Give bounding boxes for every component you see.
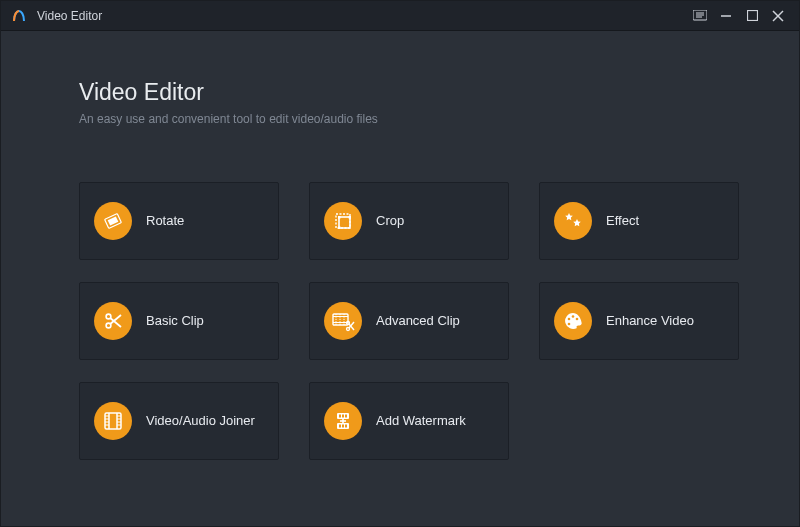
svg-rect-51 bbox=[342, 425, 344, 428]
svg-rect-47 bbox=[339, 415, 341, 418]
svg-rect-49 bbox=[345, 415, 347, 418]
svg-rect-12 bbox=[339, 217, 350, 228]
app-logo-icon bbox=[11, 8, 27, 24]
svg-point-32 bbox=[576, 318, 579, 321]
titlebar: Video Editor bbox=[1, 1, 799, 31]
svg-rect-50 bbox=[339, 425, 341, 428]
effect-tile[interactable]: Effect bbox=[539, 182, 739, 260]
svg-point-33 bbox=[568, 323, 571, 326]
svg-rect-52 bbox=[345, 425, 347, 428]
maximize-button[interactable] bbox=[739, 3, 765, 29]
basic-clip-tile[interactable]: Basic Clip bbox=[79, 282, 279, 360]
rotate-icon bbox=[94, 202, 132, 240]
tile-label: Crop bbox=[376, 213, 404, 229]
tile-label: Rotate bbox=[146, 213, 184, 229]
minimize-icon bbox=[720, 10, 732, 22]
watermark-tile[interactable]: Add Watermark bbox=[309, 382, 509, 460]
joiner-icon bbox=[94, 402, 132, 440]
tile-label: Enhance Video bbox=[606, 313, 694, 329]
svg-rect-13 bbox=[338, 216, 341, 219]
watermark-icon bbox=[324, 402, 362, 440]
maximize-icon bbox=[747, 10, 758, 21]
tile-label: Video/Audio Joiner bbox=[146, 413, 255, 429]
scissors-icon bbox=[94, 302, 132, 340]
app-title: Video Editor bbox=[37, 9, 102, 23]
joiner-tile[interactable]: Video/Audio Joiner bbox=[79, 382, 279, 460]
close-icon bbox=[772, 10, 784, 22]
tool-grid: Rotate Crop bbox=[79, 182, 737, 460]
svg-rect-5 bbox=[747, 11, 757, 21]
tile-label: Effect bbox=[606, 213, 639, 229]
tile-label: Advanced Clip bbox=[376, 313, 460, 329]
crop-icon bbox=[324, 202, 362, 240]
svg-rect-34 bbox=[105, 413, 121, 429]
page-title: Video Editor bbox=[79, 79, 737, 106]
page-subtitle: An easy use and convenient tool to edit … bbox=[79, 112, 737, 126]
advanced-clip-icon bbox=[324, 302, 362, 340]
advanced-clip-tile[interactable]: Advanced Clip bbox=[309, 282, 509, 360]
svg-rect-14 bbox=[349, 216, 352, 219]
effect-icon bbox=[554, 202, 592, 240]
crop-tile[interactable]: Crop bbox=[309, 182, 509, 260]
tile-label: Basic Clip bbox=[146, 313, 204, 329]
main-content: Video Editor An easy use and convenient … bbox=[1, 31, 799, 526]
menu-icon bbox=[693, 10, 707, 22]
svg-point-31 bbox=[572, 315, 575, 318]
close-button[interactable] bbox=[765, 3, 791, 29]
enhance-video-tile[interactable]: Enhance Video bbox=[539, 282, 739, 360]
svg-rect-15 bbox=[338, 227, 341, 230]
app-window: Video Editor Vid bbox=[0, 0, 800, 527]
minimize-button[interactable] bbox=[713, 3, 739, 29]
svg-point-30 bbox=[568, 318, 571, 321]
tile-label: Add Watermark bbox=[376, 413, 466, 429]
svg-rect-48 bbox=[342, 415, 344, 418]
menu-button[interactable] bbox=[687, 3, 713, 29]
palette-icon bbox=[554, 302, 592, 340]
rotate-tile[interactable]: Rotate bbox=[79, 182, 279, 260]
